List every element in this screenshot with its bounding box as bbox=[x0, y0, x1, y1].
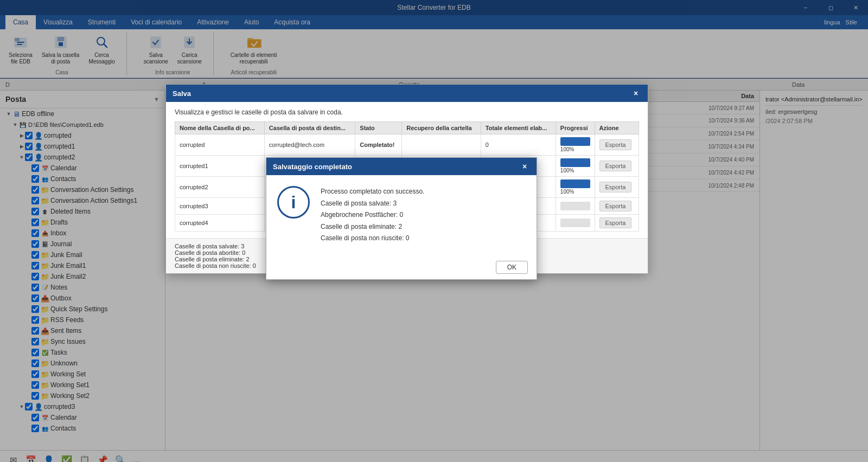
salvataggio-line: Abgebrochene Postfächer: 0 bbox=[321, 209, 424, 221]
salvataggio-dialog: Salvataggio completato × i Processo comp… bbox=[266, 157, 537, 280]
salvataggio-line: Caselle di posta non riuscite: 0 bbox=[321, 233, 424, 245]
cell-action: Esporta bbox=[595, 215, 639, 232]
salva-subtitle: Visualizza e gestisci le caselle di post… bbox=[175, 108, 639, 116]
cell-name: corrupted3 bbox=[175, 198, 265, 215]
cell-progress: 100% bbox=[556, 134, 595, 156]
salvataggio-content: Processo completato con successo.Caselle… bbox=[321, 186, 424, 245]
cell-progress bbox=[556, 198, 595, 215]
salva-dialog-title-bar: Salva × bbox=[166, 85, 648, 102]
salva-title: Salva bbox=[173, 89, 191, 98]
esporta-btn[interactable]: Esporta bbox=[599, 217, 632, 228]
cell-action: Esporta bbox=[595, 198, 639, 215]
cell-dest: corrupted@tech.com bbox=[264, 134, 355, 156]
salvataggio-line: Processo completato con successo. bbox=[321, 186, 424, 198]
cell-action: Esporta bbox=[595, 177, 639, 198]
cell-total: 0 bbox=[481, 134, 556, 156]
cell-progress bbox=[556, 215, 595, 232]
esporta-btn[interactable]: Esporta bbox=[599, 161, 632, 171]
cell-action: Esporta bbox=[595, 156, 639, 177]
info-icon: i bbox=[277, 186, 310, 219]
esporta-btn[interactable]: Esporta bbox=[599, 182, 632, 193]
col-azione: Azione bbox=[595, 122, 639, 134]
cell-name: corrupted2 bbox=[175, 177, 265, 198]
col-nome: Nome della Casella di po... bbox=[175, 122, 265, 134]
cell-progress: 100% bbox=[556, 156, 595, 177]
cell-name: corrupted4 bbox=[175, 215, 265, 232]
col-totale: Totale elementi elab... bbox=[481, 122, 556, 134]
col-dest: Casella di posta di destin... bbox=[264, 122, 355, 134]
esporta-btn[interactable]: Esporta bbox=[599, 139, 632, 150]
salvataggio-line: Caselle di posta salvate: 3 bbox=[321, 198, 424, 210]
salvataggio-close-btn[interactable]: × bbox=[519, 161, 530, 172]
col-recovery: Recupero della cartella bbox=[402, 122, 481, 134]
salvataggio-line: Caselle di posta eliminate: 2 bbox=[321, 221, 424, 233]
col-stato: Stato bbox=[355, 122, 402, 134]
cell-progress: 100% bbox=[556, 177, 595, 198]
cell-name: corrupted bbox=[175, 134, 265, 156]
salva-close-btn[interactable]: × bbox=[630, 88, 641, 99]
cell-name: corrupted1 bbox=[175, 156, 265, 177]
esporta-btn[interactable]: Esporta bbox=[599, 201, 632, 211]
salvataggio-body: i Processo completato con successo.Casel… bbox=[266, 175, 537, 255]
salvataggio-footer: OK bbox=[266, 255, 537, 279]
col-progressi: Progressi bbox=[556, 122, 595, 134]
cell-recovery bbox=[402, 134, 481, 156]
save-table-row: corrupted corrupted@tech.com Completato!… bbox=[175, 134, 639, 156]
ok-button[interactable]: OK bbox=[496, 261, 528, 274]
salvataggio-title-bar: Salvataggio completato × bbox=[266, 158, 537, 175]
cell-action: Esporta bbox=[595, 134, 639, 156]
cell-status: Completato! bbox=[355, 134, 402, 156]
salvataggio-title: Salvataggio completato bbox=[273, 163, 352, 171]
